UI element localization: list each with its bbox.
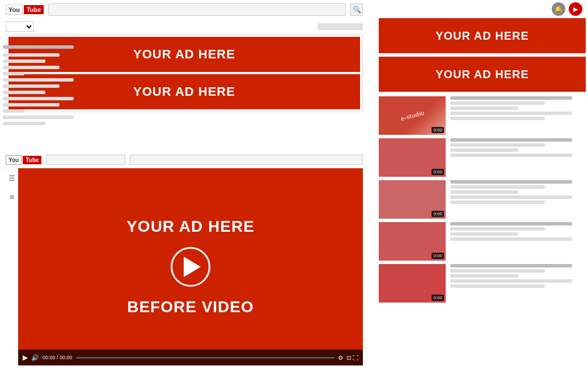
video-duration: 0:00 [432, 127, 444, 133]
right-ad-banner-2[interactable]: YOUR AD HERE [379, 57, 586, 92]
fullscreen-icon[interactable]: ⛶ [353, 355, 358, 361]
meta-line [450, 195, 572, 199]
meta-title-line [450, 138, 572, 142]
list-item: e-studio 0:00 [379, 96, 586, 135]
top-ad-text-1: YOUR AD HERE [133, 47, 235, 62]
meta-line [450, 107, 518, 110]
meta-title-line [450, 264, 572, 267]
sidebar-lines [3, 28, 74, 128]
search-mini-right[interactable] [130, 155, 363, 165]
ctrl-time: 00:00 / 00:00 [43, 355, 73, 360]
video-player-wrapper: ☰ ⊞ YOUR AD HERE BEFORE VIDEO ▶ 🔊 00:00 … [6, 168, 363, 365]
meta-title-line [450, 180, 572, 184]
meta-line [450, 279, 572, 283]
video-player: YOUR AD HERE BEFORE VIDEO ▶ 🔊 00:00 / 00… [18, 168, 363, 365]
video-meta [450, 264, 586, 288]
meta-line [450, 274, 518, 278]
list-item: 0:00 [379, 138, 586, 177]
bell-icon[interactable]: 🔔 [552, 2, 565, 16]
meta-line [450, 101, 545, 105]
video-controls: ▶ 🔊 00:00 / 00:00 ⚙ ⊡ ⛶ [18, 350, 363, 365]
right-video-list: e-studio 0:00 0:00 [379, 96, 586, 303]
search-mini[interactable] [46, 155, 125, 165]
video-before-text: BEFORE VIDEO [127, 298, 254, 316]
video-thumbnail[interactable]: e-studio 0:00 [379, 96, 446, 135]
video-ad-text: YOUR AD HERE [126, 218, 255, 236]
right-header: 🔔 ▶ [379, 0, 586, 18]
video-duration: 0:00 [432, 211, 444, 217]
video-thumbnail[interactable]: 0:00 [379, 180, 446, 219]
meta-line [450, 269, 545, 273]
video-thumbnail[interactable]: 0:00 [379, 138, 446, 177]
filter-right [318, 23, 363, 30]
studio-label: e-studio [400, 109, 425, 122]
sidebar-icons: ☰ ⊞ [6, 168, 18, 365]
right-ad-banner-1[interactable]: YOUR AD HERE [379, 18, 586, 53]
right-ad-text-1: YOUR AD HERE [435, 29, 529, 42]
right-ad-text-2: YOUR AD HERE [435, 68, 529, 81]
yt-logo-mini: YouTube [6, 155, 41, 165]
list-item: 0:00 [379, 222, 586, 261]
ctrl-volume-icon[interactable]: 🔊 [31, 354, 39, 361]
right-section: 🔔 ▶ YOUR AD HERE YOUR AD HERE e-studio 0… [379, 0, 586, 303]
windowed-icon[interactable]: ⊡ [346, 355, 351, 361]
video-thumbnail[interactable]: 0:00 [379, 264, 446, 303]
play-triangle-icon [184, 257, 201, 277]
ctrl-settings-icon[interactable]: ⚙ [338, 355, 343, 361]
user-icon[interactable]: ▶ [569, 2, 582, 16]
logo-mini-tube: Tube [23, 156, 41, 164]
list-item: 0:00 [379, 264, 586, 303]
video-meta [450, 180, 586, 204]
meta-title-line [450, 96, 572, 100]
meta-line [450, 190, 518, 194]
ctrl-progress-bar[interactable] [76, 357, 335, 359]
youtube-logo: YouTube [6, 5, 44, 15]
logo-mini-you: You [6, 155, 22, 165]
video-meta [450, 138, 586, 157]
search-icon[interactable]: 🔍 [350, 3, 363, 16]
meta-line [450, 201, 545, 204]
video-meta [450, 96, 586, 120]
meta-line [450, 117, 545, 120]
meta-line [450, 227, 545, 231]
meta-line [450, 154, 572, 157]
video-duration: 0:00 [432, 169, 444, 175]
meta-title-line [450, 222, 572, 225]
meta-line [450, 112, 572, 115]
video-meta [450, 222, 586, 241]
logo-you: You [6, 5, 23, 15]
video-duration: 0:00 [432, 295, 444, 301]
ctrl-play-icon[interactable]: ▶ [23, 354, 28, 361]
ctrl-fullscreen-icons[interactable]: ⊡ ⛶ [346, 355, 358, 361]
meta-line [450, 148, 518, 152]
grid-icon[interactable]: ⊞ [10, 194, 14, 200]
meta-line [450, 284, 545, 288]
bottom-left-section: YouTube ☰ ⊞ YOUR AD HERE BEFORE VIDEO ▶ … [0, 152, 369, 365]
video-duration: 0:00 [432, 253, 444, 259]
yt-header: YouTube 🔍 [0, 0, 369, 19]
video-thumbnail[interactable]: 0:00 [379, 222, 446, 261]
search-bar[interactable] [48, 3, 346, 16]
meta-line [450, 232, 518, 236]
meta-line [450, 143, 545, 147]
meta-line [450, 237, 572, 241]
play-button[interactable] [171, 247, 210, 287]
list-item: 0:00 [379, 180, 586, 219]
yt-header-mini: YouTube [0, 152, 369, 168]
meta-line [450, 185, 545, 189]
top-ad-text-2: YOUR AD HERE [133, 84, 235, 99]
logo-tube: Tube [24, 5, 44, 14]
menu-icon[interactable]: ☰ [9, 174, 15, 182]
